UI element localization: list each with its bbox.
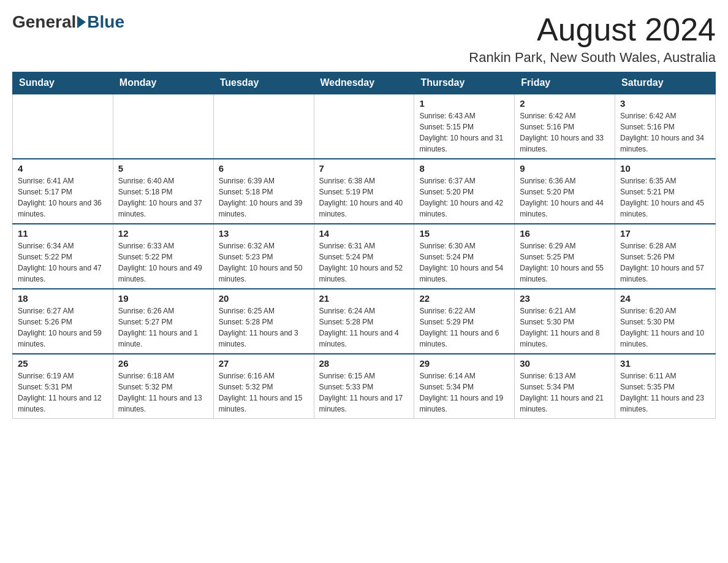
column-header-saturday: Saturday: [615, 72, 716, 94]
column-header-wednesday: Wednesday: [314, 72, 414, 94]
day-number: 4: [18, 163, 108, 174]
day-info: Sunrise: 6:43 AM Sunset: 5:15 PM Dayligh…: [419, 110, 509, 155]
location-title: Rankin Park, New South Wales, Australia: [469, 50, 716, 66]
day-number: 10: [620, 163, 710, 174]
day-info: Sunrise: 6:16 AM Sunset: 5:32 PM Dayligh…: [219, 370, 309, 415]
logo: General Blue: [12, 12, 124, 32]
calendar-cell: 22Sunrise: 6:22 AM Sunset: 5:29 PM Dayli…: [414, 289, 515, 354]
day-info: Sunrise: 6:32 AM Sunset: 5:23 PM Dayligh…: [219, 240, 309, 285]
calendar-cell: 21Sunrise: 6:24 AM Sunset: 5:28 PM Dayli…: [314, 289, 414, 354]
calendar-cell: [113, 94, 213, 159]
day-info: Sunrise: 6:39 AM Sunset: 5:18 PM Dayligh…: [219, 175, 309, 220]
calendar-cell: [213, 94, 314, 159]
calendar-table: SundayMondayTuesdayWednesdayThursdayFrid…: [12, 72, 716, 419]
day-number: 27: [219, 358, 309, 369]
calendar-cell: 18Sunrise: 6:27 AM Sunset: 5:26 PM Dayli…: [13, 289, 113, 354]
calendar-cell: [13, 94, 113, 159]
day-number: 19: [118, 293, 208, 304]
day-number: 12: [118, 228, 208, 239]
day-info: Sunrise: 6:35 AM Sunset: 5:21 PM Dayligh…: [620, 175, 710, 220]
day-number: 14: [319, 228, 409, 239]
day-number: 15: [419, 228, 509, 239]
calendar-cell: 17Sunrise: 6:28 AM Sunset: 5:26 PM Dayli…: [615, 224, 716, 289]
day-number: 18: [18, 293, 108, 304]
day-info: Sunrise: 6:22 AM Sunset: 5:29 PM Dayligh…: [419, 305, 509, 350]
calendar-week-2: 4Sunrise: 6:41 AM Sunset: 5:17 PM Daylig…: [13, 159, 716, 224]
calendar-cell: 12Sunrise: 6:33 AM Sunset: 5:22 PM Dayli…: [113, 224, 213, 289]
calendar-cell: 9Sunrise: 6:36 AM Sunset: 5:20 PM Daylig…: [515, 159, 615, 224]
day-info: Sunrise: 6:42 AM Sunset: 5:16 PM Dayligh…: [620, 110, 710, 155]
calendar-cell: 31Sunrise: 6:11 AM Sunset: 5:35 PM Dayli…: [615, 354, 716, 419]
calendar-cell: 20Sunrise: 6:25 AM Sunset: 5:28 PM Dayli…: [213, 289, 314, 354]
day-info: Sunrise: 6:41 AM Sunset: 5:17 PM Dayligh…: [18, 175, 108, 220]
page-header: General Blue August 2024 Rankin Park, Ne…: [12, 12, 716, 66]
day-number: 7: [319, 163, 409, 174]
calendar-cell: 30Sunrise: 6:13 AM Sunset: 5:34 PM Dayli…: [515, 354, 615, 419]
day-number: 30: [520, 358, 610, 369]
day-number: 9: [520, 163, 610, 174]
day-number: 5: [118, 163, 208, 174]
day-number: 3: [620, 98, 710, 109]
logo-arrow-icon: [77, 16, 86, 28]
day-number: 23: [520, 293, 610, 304]
day-number: 25: [18, 358, 108, 369]
day-info: Sunrise: 6:38 AM Sunset: 5:19 PM Dayligh…: [319, 175, 409, 220]
logo-general: General: [12, 12, 76, 32]
day-info: Sunrise: 6:15 AM Sunset: 5:33 PM Dayligh…: [319, 370, 409, 415]
day-number: 16: [520, 228, 610, 239]
day-number: 26: [118, 358, 208, 369]
calendar-week-5: 25Sunrise: 6:19 AM Sunset: 5:31 PM Dayli…: [13, 354, 716, 419]
calendar-cell: 27Sunrise: 6:16 AM Sunset: 5:32 PM Dayli…: [213, 354, 314, 419]
calendar-cell: 5Sunrise: 6:40 AM Sunset: 5:18 PM Daylig…: [113, 159, 213, 224]
day-number: 1: [419, 98, 509, 109]
day-info: Sunrise: 6:20 AM Sunset: 5:30 PM Dayligh…: [620, 305, 710, 350]
day-info: Sunrise: 6:33 AM Sunset: 5:22 PM Dayligh…: [118, 240, 208, 285]
day-number: 28: [319, 358, 409, 369]
day-number: 6: [219, 163, 309, 174]
day-info: Sunrise: 6:21 AM Sunset: 5:30 PM Dayligh…: [520, 305, 610, 350]
day-number: 22: [419, 293, 509, 304]
day-number: 24: [620, 293, 710, 304]
column-header-friday: Friday: [515, 72, 615, 94]
calendar-cell: 29Sunrise: 6:14 AM Sunset: 5:34 PM Dayli…: [414, 354, 515, 419]
calendar-cell: 8Sunrise: 6:37 AM Sunset: 5:20 PM Daylig…: [414, 159, 515, 224]
day-info: Sunrise: 6:29 AM Sunset: 5:25 PM Dayligh…: [520, 240, 610, 285]
calendar-cell: 3Sunrise: 6:42 AM Sunset: 5:16 PM Daylig…: [615, 94, 716, 159]
calendar-cell: 16Sunrise: 6:29 AM Sunset: 5:25 PM Dayli…: [515, 224, 615, 289]
calendar-cell: 19Sunrise: 6:26 AM Sunset: 5:27 PM Dayli…: [113, 289, 213, 354]
calendar-header-row: SundayMondayTuesdayWednesdayThursdayFrid…: [13, 72, 716, 94]
day-info: Sunrise: 6:26 AM Sunset: 5:27 PM Dayligh…: [118, 305, 208, 350]
calendar-cell: [314, 94, 414, 159]
logo-text: General Blue: [12, 12, 124, 32]
day-info: Sunrise: 6:14 AM Sunset: 5:34 PM Dayligh…: [419, 370, 509, 415]
month-title: August 2024: [469, 12, 716, 47]
calendar-cell: 4Sunrise: 6:41 AM Sunset: 5:17 PM Daylig…: [13, 159, 113, 224]
calendar-week-3: 11Sunrise: 6:34 AM Sunset: 5:22 PM Dayli…: [13, 224, 716, 289]
logo-blue: Blue: [87, 12, 124, 32]
calendar-cell: 23Sunrise: 6:21 AM Sunset: 5:30 PM Dayli…: [515, 289, 615, 354]
calendar-cell: 7Sunrise: 6:38 AM Sunset: 5:19 PM Daylig…: [314, 159, 414, 224]
day-info: Sunrise: 6:28 AM Sunset: 5:26 PM Dayligh…: [620, 240, 710, 285]
calendar-cell: 13Sunrise: 6:32 AM Sunset: 5:23 PM Dayli…: [213, 224, 314, 289]
day-number: 31: [620, 358, 710, 369]
day-info: Sunrise: 6:18 AM Sunset: 5:32 PM Dayligh…: [118, 370, 208, 415]
day-number: 17: [620, 228, 710, 239]
day-info: Sunrise: 6:11 AM Sunset: 5:35 PM Dayligh…: [620, 370, 710, 415]
day-info: Sunrise: 6:19 AM Sunset: 5:31 PM Dayligh…: [18, 370, 108, 415]
calendar-cell: 1Sunrise: 6:43 AM Sunset: 5:15 PM Daylig…: [414, 94, 515, 159]
calendar-cell: 10Sunrise: 6:35 AM Sunset: 5:21 PM Dayli…: [615, 159, 716, 224]
column-header-thursday: Thursday: [414, 72, 515, 94]
day-number: 2: [520, 98, 610, 109]
day-info: Sunrise: 6:25 AM Sunset: 5:28 PM Dayligh…: [219, 305, 309, 350]
day-number: 29: [419, 358, 509, 369]
day-number: 13: [219, 228, 309, 239]
calendar-cell: 24Sunrise: 6:20 AM Sunset: 5:30 PM Dayli…: [615, 289, 716, 354]
calendar-week-4: 18Sunrise: 6:27 AM Sunset: 5:26 PM Dayli…: [13, 289, 716, 354]
day-info: Sunrise: 6:13 AM Sunset: 5:34 PM Dayligh…: [520, 370, 610, 415]
day-number: 11: [18, 228, 108, 239]
calendar-cell: 15Sunrise: 6:30 AM Sunset: 5:24 PM Dayli…: [414, 224, 515, 289]
day-info: Sunrise: 6:34 AM Sunset: 5:22 PM Dayligh…: [18, 240, 108, 285]
day-number: 21: [319, 293, 409, 304]
calendar-cell: 28Sunrise: 6:15 AM Sunset: 5:33 PM Dayli…: [314, 354, 414, 419]
title-area: August 2024 Rankin Park, New South Wales…: [469, 12, 716, 66]
